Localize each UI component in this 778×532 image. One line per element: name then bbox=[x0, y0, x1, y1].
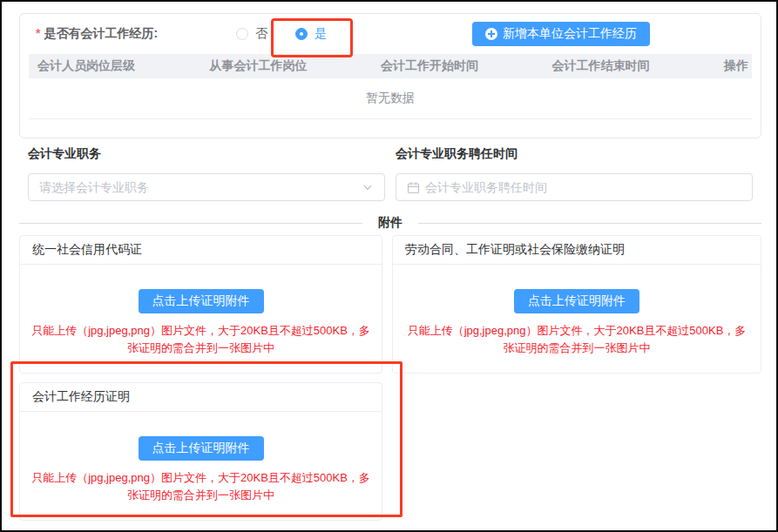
card-title: 劳动合同、工作证明或社会保险缴纳证明 bbox=[393, 236, 761, 265]
attachments-divider: 附件 bbox=[19, 215, 761, 231]
table-empty-state: 暂无数据 bbox=[29, 78, 752, 119]
calendar-icon bbox=[407, 181, 420, 194]
card-title: 统一社会信用代码证 bbox=[20, 236, 382, 265]
column-header-end-time: 会计工作结束时间 bbox=[544, 58, 716, 74]
professional-title-label: 会计专业职务 bbox=[28, 146, 385, 162]
required-asterisk: * bbox=[36, 26, 40, 40]
upload-tip-text: 只能上传（jpg,jpeg,png）图片文件，大于20KB且不超过500KB，多… bbox=[29, 469, 373, 504]
card-credit-code-certificate: 统一社会信用代码证 点击上传证明附件 只能上传（jpg,jpeg,png）图片文… bbox=[19, 235, 382, 374]
radio-no-label[interactable]: 否 bbox=[255, 26, 267, 42]
chevron-down-icon bbox=[362, 181, 374, 193]
upload-tip-text: 只能上传（jpg,jpeg,png）图片文件，大于20KB且不超过500KB，多… bbox=[29, 322, 373, 357]
screenshot-frame: *是否有会计工作经历: 否 是 新增本单位会计工作经历 会计人员岗位层级 bbox=[0, 0, 778, 532]
column-header-post-level: 会计人员岗位层级 bbox=[29, 58, 201, 74]
upload-tip-text: 只能上传（jpg,jpeg,png）图片文件，大于20KB且不超过500KB，多… bbox=[403, 322, 750, 357]
divider-line-left bbox=[19, 223, 362, 224]
card-body: 点击上传证明附件 只能上传（jpg,jpeg,png）图片文件，大于20KB且不… bbox=[393, 265, 761, 373]
professional-title-select[interactable] bbox=[28, 173, 385, 201]
radio-yes[interactable]: 是 bbox=[295, 26, 327, 42]
card-body: 点击上传证明附件 只能上传（jpg,jpeg,png）图片文件，大于20KB且不… bbox=[20, 412, 382, 520]
card-title: 会计工作经历证明 bbox=[20, 383, 382, 412]
column-header-work-post: 从事会计工作岗位 bbox=[201, 58, 373, 74]
upload-button[interactable]: 点击上传证明附件 bbox=[514, 289, 639, 313]
upload-button[interactable]: 点击上传证明附件 bbox=[139, 436, 264, 461]
add-experience-button[interactable]: 新增本单位会计工作经历 bbox=[472, 22, 650, 46]
radio-yes-label[interactable]: 是 bbox=[315, 26, 327, 42]
attachments-divider-label: 附件 bbox=[362, 215, 418, 231]
experience-question-label: *是否有会计工作经历: bbox=[36, 26, 158, 42]
professional-title-input[interactable] bbox=[39, 180, 356, 194]
attachment-cards: 统一社会信用代码证 点击上传证明附件 只能上传（jpg,jpeg,png）图片文… bbox=[19, 235, 761, 521]
appointment-time-input[interactable] bbox=[425, 180, 741, 194]
appointment-time-label: 会计专业职务聘任时间 bbox=[396, 146, 753, 162]
experience-table: 会计人员岗位层级 从事会计工作岗位 会计工作开始时间 会计工作结束时间 操作 暂… bbox=[29, 54, 752, 119]
field-appointment-time: 会计专业职务聘任时间 bbox=[396, 146, 753, 201]
column-header-actions: 操作 bbox=[715, 58, 752, 74]
add-experience-button-label: 新增本单位会计工作经历 bbox=[503, 26, 637, 42]
fields-row: 会计专业职务 会计专业职务聘任时间 bbox=[28, 146, 753, 201]
experience-table-header: 会计人员岗位层级 从事会计工作岗位 会计工作开始时间 会计工作结束时间 操作 bbox=[29, 54, 752, 78]
experience-question-row: *是否有会计工作经历: 否 是 新增本单位会计工作经历 bbox=[20, 14, 761, 54]
plus-circle-icon bbox=[485, 28, 497, 40]
card-labor-contract-proof: 劳动合同、工作证明或社会保险缴纳证明 点击上传证明附件 只能上传（jpg,jpe… bbox=[392, 235, 761, 374]
column-header-start-time: 会计工作开始时间 bbox=[372, 58, 544, 74]
card-work-experience-proof: 会计工作经历证明 点击上传证明附件 只能上传（jpg,jpeg,png）图片文件… bbox=[19, 382, 382, 521]
upload-button[interactable]: 点击上传证明附件 bbox=[139, 289, 264, 313]
card-body: 点击上传证明附件 只能上传（jpg,jpeg,png）图片文件，大于20KB且不… bbox=[20, 265, 382, 373]
work-experience-panel: *是否有会计工作经历: 否 是 新增本单位会计工作经历 会计人员岗位层级 bbox=[19, 13, 761, 138]
appointment-time-picker[interactable] bbox=[396, 173, 753, 201]
radio-no-circle-icon[interactable] bbox=[236, 28, 248, 40]
divider-line-right bbox=[418, 223, 761, 224]
radio-yes-circle-icon[interactable] bbox=[295, 28, 308, 40]
field-professional-title: 会计专业职务 bbox=[28, 146, 385, 201]
experience-radio-group: 否 是 bbox=[236, 14, 327, 54]
radio-no[interactable]: 否 bbox=[236, 26, 267, 42]
